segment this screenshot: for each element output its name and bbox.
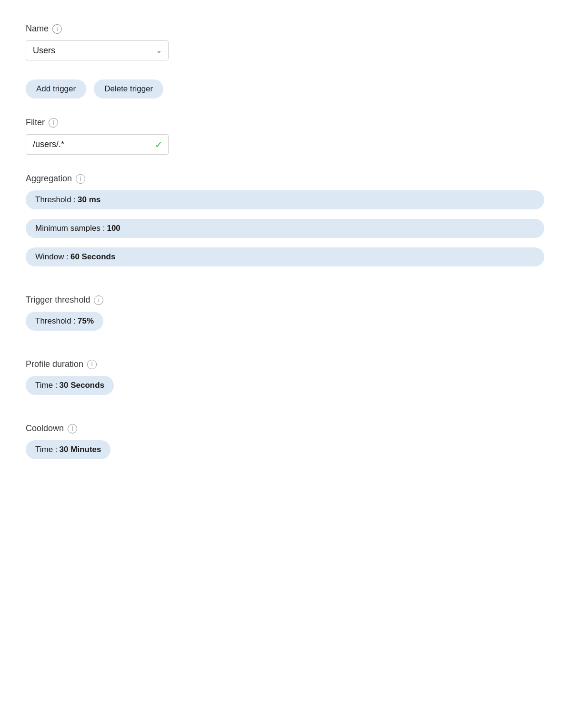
name-section: Name i Users Groups Roles ⌄ — [26, 24, 544, 60]
filter-input[interactable] — [26, 134, 169, 155]
filter-input-wrapper[interactable]: ✓ — [26, 134, 169, 155]
window-value: 60 Seconds — [70, 252, 116, 262]
threshold-badge: Threshold : 30 ms — [26, 190, 544, 209]
cooldown-badge: Time : 30 Minutes — [26, 440, 110, 459]
cooldown-section: Cooldown i Time : 30 Minutes — [26, 423, 544, 469]
min-samples-badge: Minimum samples : 100 — [26, 219, 544, 238]
filter-section: Filter i ✓ — [26, 118, 544, 155]
name-select-wrapper[interactable]: Users Groups Roles ⌄ — [26, 40, 169, 60]
delete-trigger-button[interactable]: Delete trigger — [94, 79, 163, 98]
filter-label-row: Filter i — [26, 118, 544, 128]
trigger-threshold-badge-label: Threshold : — [35, 316, 76, 326]
trigger-button-row: Add trigger Delete trigger — [26, 79, 544, 98]
aggregation-info-icon: i — [76, 174, 85, 184]
cooldown-info-icon: i — [68, 424, 77, 433]
profile-duration-label-row: Profile duration i — [26, 359, 544, 369]
name-label-row: Name i — [26, 24, 544, 34]
window-label: Window : — [35, 252, 69, 262]
aggregation-section: Aggregation i Threshold : 30 ms Minimum … — [26, 174, 544, 276]
trigger-threshold-info-icon: i — [94, 295, 103, 305]
cooldown-label-row: Cooldown i — [26, 423, 544, 433]
profile-duration-badge: Time : 30 Seconds — [26, 376, 114, 395]
profile-duration-time-value: 30 Seconds — [60, 381, 105, 390]
min-samples-value: 100 — [107, 224, 120, 233]
add-trigger-button[interactable]: Add trigger — [26, 79, 86, 98]
trigger-threshold-section: Trigger threshold i Threshold : 75% — [26, 295, 544, 340]
cooldown-time-value: 30 Minutes — [60, 445, 101, 454]
trigger-threshold-badge: Threshold : 75% — [26, 312, 103, 331]
threshold-label: Threshold : — [35, 195, 76, 205]
cooldown-label: Cooldown — [26, 423, 64, 433]
name-info-icon: i — [52, 24, 62, 34]
trigger-buttons-section: Add trigger Delete trigger — [26, 79, 544, 98]
aggregation-label-row: Aggregation i — [26, 174, 544, 184]
profile-duration-info-icon: i — [87, 360, 97, 369]
aggregation-badges: Threshold : 30 ms Minimum samples : 100 … — [26, 190, 544, 276]
threshold-value: 30 ms — [78, 195, 100, 205]
window-badge: Window : 60 Seconds — [26, 247, 544, 266]
profile-duration-time-label: Time : — [35, 381, 58, 390]
trigger-threshold-label-row: Trigger threshold i — [26, 295, 544, 305]
profile-duration-label: Profile duration — [26, 359, 83, 369]
filter-label: Filter — [26, 118, 45, 128]
profile-duration-section: Profile duration i Time : 30 Seconds — [26, 359, 544, 404]
trigger-threshold-badge-value: 75% — [78, 316, 94, 326]
min-samples-label: Minimum samples : — [35, 224, 105, 233]
name-select[interactable]: Users Groups Roles — [26, 40, 169, 60]
cooldown-time-label: Time : — [35, 445, 58, 454]
trigger-threshold-label: Trigger threshold — [26, 295, 90, 305]
aggregation-label: Aggregation — [26, 174, 72, 184]
filter-info-icon: i — [49, 118, 58, 128]
name-label: Name — [26, 24, 49, 34]
